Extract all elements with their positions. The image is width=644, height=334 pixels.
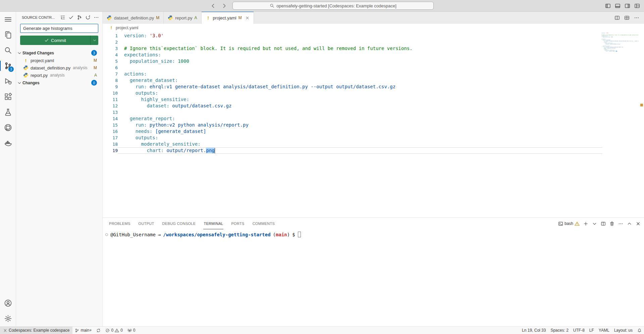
terminal-prompt-line: @GitHub_Username → /workspaces/opensafel… xyxy=(105,232,644,237)
command-decoration-icon[interactable] xyxy=(105,233,108,236)
status-branch[interactable]: main+ xyxy=(72,327,94,334)
activity-search[interactable] xyxy=(0,43,16,58)
split-editor-icon[interactable] xyxy=(614,15,620,20)
code-line-5[interactable]: 5 population_size: 1000 xyxy=(103,58,602,64)
customize-layout-icon[interactable] xyxy=(634,3,640,9)
terminal-shell-selector[interactable]: bash xyxy=(558,221,580,226)
panel-more-icon[interactable] xyxy=(618,221,623,226)
activity-github[interactable] xyxy=(0,120,16,135)
code-line-3[interactable]: 3# Ignore this`expectation` block. It is… xyxy=(103,45,602,52)
activity-extensions[interactable] xyxy=(0,89,16,104)
toggle-sidebar-icon[interactable] xyxy=(605,3,611,9)
git-graph-icon[interactable] xyxy=(77,15,82,20)
code-line-15[interactable]: 15 run: python:v2 python analysis/report… xyxy=(103,122,602,128)
command-center-search[interactable]: opensafely-getting-started [Codespaces: … xyxy=(232,2,434,10)
refresh-icon[interactable] xyxy=(85,15,91,20)
code-line-14[interactable]: 14 generate_report: xyxy=(103,115,602,122)
more-actions-icon[interactable] xyxy=(634,15,639,20)
minimap[interactable]: version: '3.0'# Ignore this`expectation`… xyxy=(602,33,639,52)
more-actions-icon[interactable] xyxy=(94,15,99,20)
commit-button[interactable]: Commit xyxy=(20,36,98,45)
section-header-changes[interactable]: Changes0 xyxy=(16,79,102,87)
status-sync[interactable] xyxy=(94,327,103,334)
panel-tab-output[interactable]: OUTPUT xyxy=(138,218,155,229)
status-problems[interactable]: 0 0 xyxy=(103,327,125,334)
activity-docker[interactable] xyxy=(0,135,16,151)
panel-tab-terminal[interactable]: TERMINAL xyxy=(203,218,223,229)
code-editor[interactable]: 1version: '3.0'23# Ignore this`expectati… xyxy=(103,32,644,218)
line-number: 13 xyxy=(103,109,118,115)
panel-tab-problems[interactable]: PROBLEMS xyxy=(109,218,131,229)
code-line-10[interactable]: 10 outputs: xyxy=(103,90,602,96)
breadcrumb[interactable]: ! project.yaml xyxy=(103,24,644,32)
code-line-9[interactable]: 9 run: ehrql:v1 generate-dataset analysi… xyxy=(103,84,602,90)
commit-dropdown-button[interactable] xyxy=(90,36,98,45)
line-content: expectations: xyxy=(118,52,602,58)
activity-settings[interactable] xyxy=(0,311,16,326)
code-line-7[interactable]: 7actions: xyxy=(103,71,602,77)
code-line-13[interactable]: 13 xyxy=(103,109,602,115)
code-line-2[interactable]: 2 xyxy=(103,39,602,45)
error-icon xyxy=(105,328,110,333)
section-header-staged-changes[interactable]: Staged Changes3 xyxy=(16,49,102,57)
activity-run-debug[interactable] xyxy=(0,74,16,89)
tab-report-py[interactable]: report.pyA xyxy=(164,12,201,24)
status-keyboard-layout[interactable]: Layout: us xyxy=(612,327,635,334)
split-terminal-icon[interactable] xyxy=(601,221,606,226)
activity-accounts[interactable] xyxy=(0,295,16,311)
line-number: 18 xyxy=(103,141,118,147)
tab-dataset-definition-py[interactable]: dataset_definition.pyM xyxy=(103,12,164,24)
status-indentation[interactable]: Spaces: 2 xyxy=(548,327,571,334)
view-as-list-icon[interactable] xyxy=(60,15,65,20)
line-number: 6 xyxy=(103,64,118,71)
status-notifications[interactable] xyxy=(635,327,644,334)
activity-explorer[interactable] xyxy=(0,27,16,43)
status-language[interactable]: YAML xyxy=(596,327,612,334)
editor-layout-icon[interactable] xyxy=(624,15,630,20)
chevron-down-icon xyxy=(17,51,22,55)
forward-icon[interactable] xyxy=(221,3,227,9)
code-line-4[interactable]: 4expectations: xyxy=(103,52,602,58)
kill-terminal-icon[interactable] xyxy=(609,221,614,226)
close-panel-icon[interactable] xyxy=(636,221,641,226)
close-icon[interactable] xyxy=(245,16,250,20)
commit-check-icon[interactable] xyxy=(68,15,74,20)
toggle-panel-icon[interactable] xyxy=(615,3,621,9)
panel-tab-comments[interactable]: COMMENTS xyxy=(252,218,275,229)
status-eol[interactable]: LF xyxy=(587,327,596,334)
activity-source-control[interactable]: 3 xyxy=(0,58,16,74)
back-icon[interactable] xyxy=(210,3,216,9)
file-folder: analysis xyxy=(73,65,91,70)
launch-profile-chevron-icon[interactable] xyxy=(592,221,597,226)
activity-menu[interactable] xyxy=(0,12,16,27)
activity-badge: 3 xyxy=(8,66,14,72)
code-line-6[interactable]: 6 xyxy=(103,64,602,71)
activity-testing[interactable] xyxy=(0,104,16,120)
error-count: 0 xyxy=(111,328,113,333)
toggle-secondary-sidebar-icon[interactable] xyxy=(625,3,630,9)
code-line-18[interactable]: 18 moderately_sensitive: xyxy=(103,141,602,147)
code-line-17[interactable]: 17 outputs: xyxy=(103,135,602,141)
code-line-16[interactable]: 16 needs: [generate_dataset] xyxy=(103,128,602,135)
scm-file-report-py[interactable]: report.pyanalysisA xyxy=(16,71,102,79)
code-line-11[interactable]: 11 highly_sensitive: xyxy=(103,96,602,103)
status-ports[interactable]: 0 xyxy=(125,327,138,334)
panel-tab-debug-console[interactable]: DEBUG CONSOLE xyxy=(162,218,196,229)
code-line-8[interactable]: 8 generate_dataset: xyxy=(103,77,602,84)
search-icon xyxy=(4,46,12,54)
code-line-19[interactable]: 19 chart: output/report.png xyxy=(103,147,602,154)
line-number: 19 xyxy=(103,147,118,154)
maximize-panel-icon[interactable] xyxy=(627,221,632,226)
panel-tab-ports[interactable]: PORTS xyxy=(231,218,245,229)
new-terminal-icon[interactable] xyxy=(583,221,588,226)
terminal[interactable]: @GitHub_Username → /workspaces/opensafel… xyxy=(103,229,644,326)
status-cursor-position[interactable]: Ln 19, Col 33 xyxy=(520,327,548,334)
scm-file-project-yaml[interactable]: !project.yamlM xyxy=(16,57,102,64)
remote-indicator[interactable]: Codespaces: Example codespace xyxy=(0,327,72,334)
tab-project-yaml[interactable]: !project.yamlM xyxy=(202,12,254,24)
scm-file-dataset-definition-py[interactable]: dataset_definition.pyanalysisM xyxy=(16,64,102,71)
commit-message-input[interactable] xyxy=(20,24,98,33)
status-encoding[interactable]: UTF-8 xyxy=(571,327,587,334)
code-line-1[interactable]: 1version: '3.0' xyxy=(103,33,602,39)
code-line-12[interactable]: 12 dataset: output/dataset.csv.gz xyxy=(103,103,602,109)
